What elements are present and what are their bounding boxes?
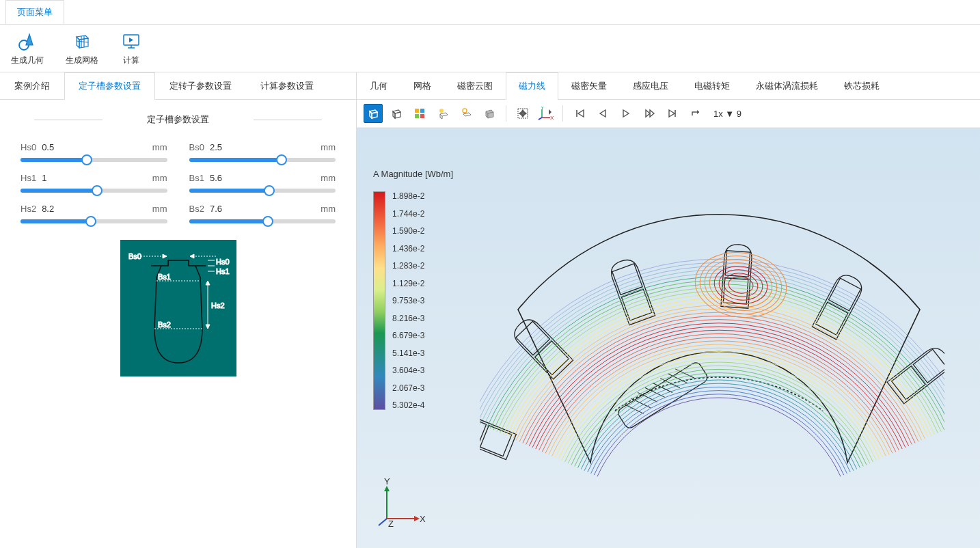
svg-text:Z: Z: [388, 519, 394, 529]
param-value: 7.6: [210, 204, 321, 214]
slider-thumb[interactable]: [85, 216, 96, 227]
generate-geometry-label: 生成几何: [11, 55, 44, 66]
view-solid-button[interactable]: [364, 104, 383, 123]
left-tab-bar: 案例介绍 定子槽参数设置 定转子参数设置 计算参数设置: [0, 72, 356, 100]
svg-marker-65: [578, 110, 584, 117]
view-multiwindow-button[interactable]: [410, 104, 429, 123]
color-legend: A Magnitude [Wb/m] 1.898e-21.744e-21.590…: [373, 169, 453, 410]
slider-thumb[interactable]: [92, 185, 103, 196]
slider-thumb[interactable]: [264, 185, 275, 196]
param-unit: mm: [152, 142, 167, 152]
svg-text:Y: Y: [541, 107, 545, 111]
tab-磁密云图[interactable]: 磁密云图: [444, 72, 506, 99]
slider-Hs2[interactable]: [21, 219, 167, 223]
param-grid: Hs00.5mm Bs02.5mm Hs11mm Bs15.6mm Hs28.2…: [21, 142, 336, 223]
param-label: Bs0: [189, 142, 204, 152]
playback-play-button[interactable]: [616, 104, 636, 123]
param-Hs1: Hs11mm: [21, 173, 167, 193]
slider-Bs0[interactable]: [189, 158, 336, 162]
toggle-light-button[interactable]: [433, 104, 452, 123]
generate-mesh-button[interactable]: 生成网格: [66, 30, 98, 66]
svg-marker-63: [549, 109, 552, 115]
svg-marker-67: [623, 110, 629, 117]
svg-marker-103: [384, 486, 390, 491]
svg-marker-66: [600, 110, 605, 117]
param-label: Hs2: [21, 204, 36, 214]
slider-thumb[interactable]: [276, 154, 287, 165]
slider-Bs1[interactable]: [189, 189, 336, 193]
tab-磁密矢量[interactable]: 磁密矢量: [558, 72, 620, 99]
slider-Bs2[interactable]: [189, 219, 336, 223]
mesh-icon: [71, 30, 93, 52]
param-unit: mm: [321, 142, 336, 152]
generate-mesh-label: 生成网格: [66, 55, 98, 66]
legend-tick: 5.302e-4: [392, 400, 424, 410]
legend-tick: 6.679e-3: [392, 331, 424, 340]
view-solid2-button[interactable]: [480, 104, 499, 123]
tab-电磁转矩[interactable]: 电磁转矩: [681, 72, 743, 99]
legend-tick: 1.590e-2: [392, 226, 424, 236]
legend-tick: 1.129e-2: [392, 279, 424, 288]
param-label: Bs1: [189, 173, 204, 183]
ribbon-toolbar: 生成几何 生成网格 计算: [0, 25, 980, 72]
legend-ticks: 1.898e-21.744e-21.590e-21.436e-21.283e-2…: [392, 191, 424, 410]
svg-marker-47: [463, 113, 471, 116]
simulation-viewport[interactable]: A Magnitude [Wb/m] 1.898e-21.744e-21.590…: [357, 128, 980, 548]
slider-thumb[interactable]: [81, 154, 92, 165]
compute-button[interactable]: 计算: [120, 30, 142, 66]
param-unit: mm: [321, 204, 336, 214]
param-unit: mm: [321, 173, 336, 183]
tab-磁力线[interactable]: 磁力线: [506, 72, 558, 100]
svg-text:Hs2: Hs2: [211, 301, 225, 310]
tab-感应电压[interactable]: 感应电压: [620, 72, 681, 99]
tab-铁芯损耗[interactable]: 铁芯损耗: [831, 72, 893, 99]
svg-marker-56: [519, 112, 521, 115]
tab-几何[interactable]: 几何: [357, 72, 400, 99]
param-value: 2.5: [210, 142, 321, 152]
svg-point-46: [463, 109, 467, 113]
param-Bs2: Bs27.6mm: [189, 204, 336, 223]
tab-compute-params[interactable]: 计算参数设置: [246, 72, 328, 99]
tab-stator-slot-params[interactable]: 定子槽参数设置: [64, 72, 155, 100]
page-menu-tab[interactable]: 页面菜单: [5, 0, 64, 24]
param-label: Bs2: [189, 204, 204, 214]
svg-text:Y: Y: [384, 478, 390, 487]
playback-first-button[interactable]: [570, 104, 589, 123]
svg-line-5: [77, 41, 88, 42]
legend-colorbar: [373, 191, 385, 410]
param-label: Hs1: [21, 173, 36, 183]
legend-title: A Magnitude [Wb/m]: [373, 169, 453, 179]
svg-rect-41: [415, 114, 419, 118]
playback-last-button[interactable]: [663, 104, 682, 123]
svg-text:Hs0: Hs0: [216, 258, 230, 266]
svg-line-106: [379, 519, 387, 525]
simulation-plot: [480, 148, 944, 531]
fit-view-button[interactable]: [513, 104, 532, 123]
param-value: 5.6: [210, 173, 321, 183]
svg-rect-83: [913, 349, 944, 383]
playback-prev-button[interactable]: [593, 104, 612, 123]
svg-rect-42: [420, 114, 424, 118]
playback-loop-button[interactable]: [686, 104, 705, 123]
axis-triad-button[interactable]: YX: [536, 104, 556, 123]
slider-thumb[interactable]: [262, 216, 273, 227]
tab-case-intro[interactable]: 案例介绍: [0, 72, 64, 99]
view-wireframe-button[interactable]: [387, 104, 406, 123]
slider-Hs1[interactable]: [21, 189, 167, 193]
generate-geometry-button[interactable]: 生成几何: [11, 30, 44, 66]
param-value: 1: [42, 173, 152, 183]
playback-next-button[interactable]: [640, 104, 659, 123]
legend-tick: 1.283e-2: [392, 261, 424, 271]
svg-marker-50: [488, 112, 493, 118]
param-section-title: 定子槽参数设置: [21, 113, 336, 126]
svg-marker-57: [524, 112, 526, 115]
svg-marker-70: [669, 110, 675, 117]
tab-stator-rotor-params[interactable]: 定转子参数设置: [155, 72, 246, 99]
tab-网格[interactable]: 网格: [400, 72, 444, 99]
toggle-light2-button[interactable]: [457, 104, 476, 123]
tab-永磁体涡流损耗[interactable]: 永磁体涡流损耗: [743, 72, 831, 99]
playback-speed-text[interactable]: 1x ▼ 9: [713, 109, 741, 119]
slider-Hs0[interactable]: [21, 158, 167, 162]
axis-triad-icon: Y X Z: [373, 478, 428, 532]
svg-rect-39: [415, 109, 419, 113]
